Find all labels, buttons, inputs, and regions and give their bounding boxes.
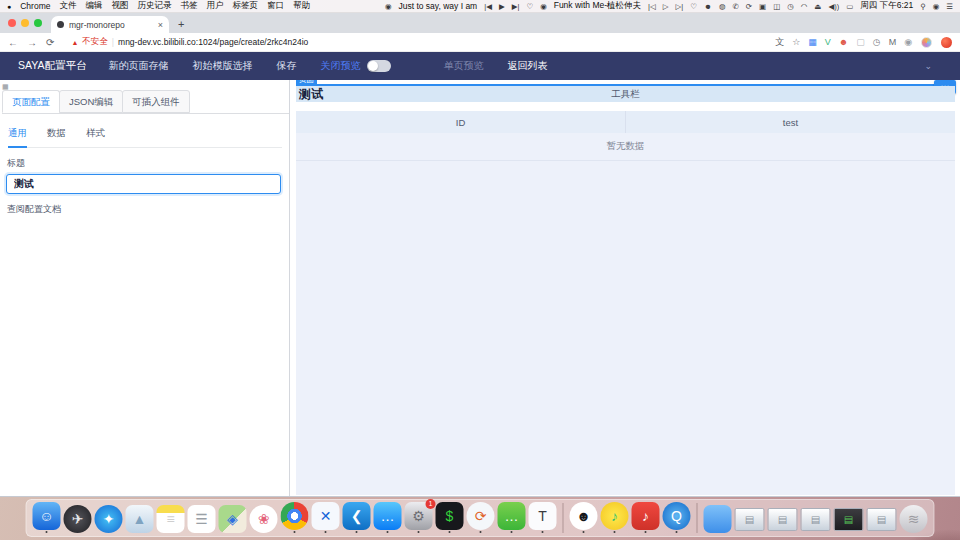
extensions-menu-icon[interactable]: ◉ <box>904 37 912 47</box>
dock-x-app-icon[interactable]: ✕ <box>312 502 340 534</box>
new-tab-button[interactable]: + <box>178 18 184 30</box>
dock-settings-icon[interactable]: ⚙1 <box>405 502 433 534</box>
menubar-clock[interactable]: 周四 下午6:21 <box>860 0 913 12</box>
media-prev-icon[interactable]: |◀ <box>484 2 492 11</box>
wifi-icon[interactable]: ◠ <box>801 2 808 11</box>
dock-wechat-icon[interactable]: … <box>498 502 526 534</box>
phone-chat-icon[interactable]: ✆ <box>732 2 738 11</box>
profile-avatar[interactable] <box>921 37 932 48</box>
dock-reminders-icon[interactable]: ☰ <box>188 505 216 533</box>
nav-page-storage[interactable]: 新的页面存储 <box>108 59 168 73</box>
vue-devtools-extension-icon[interactable]: V <box>825 37 831 47</box>
back-to-list-button[interactable]: 返回列表 <box>507 59 547 73</box>
address-bar[interactable]: ▲ 不安全 | mng-dev.vc.bilibili.co:1024/page… <box>63 36 766 49</box>
dock-messages-icon[interactable]: … <box>374 502 402 534</box>
tab-insertable-components[interactable]: 可插入组件 <box>122 90 190 113</box>
chevron-down-icon[interactable]: ⌄ <box>924 61 932 71</box>
dock-photos-icon[interactable]: ❀ <box>250 505 278 533</box>
menubar-menu-item[interactable]: 文件 <box>59 0 76 12</box>
display-icon[interactable]: ▭ <box>846 2 853 11</box>
close-window-button[interactable] <box>8 19 16 27</box>
media-next-2-icon[interactable]: ▷| <box>676 2 684 11</box>
recent-clock-icon[interactable]: ◷ <box>787 2 794 11</box>
page-component[interactable]: 页面 ⋯ 测试 工具栏 ID test 暂无数据 <box>296 84 955 495</box>
url-text[interactable]: mng-dev.vc.bilibili.co:1024/page/create/… <box>118 37 308 47</box>
vimium-extension-icon[interactable]: M <box>889 37 897 47</box>
dock-sync-app-icon[interactable]: ⟳ <box>467 502 495 534</box>
menubar-menu-item[interactable]: Chrome <box>20 1 50 11</box>
dock-typora-icon[interactable]: T <box>529 502 557 534</box>
nav-template-select[interactable]: 初始模版选择 <box>192 59 252 73</box>
dock-qq-music-icon[interactable]: ♪ <box>601 502 629 534</box>
sync-icon[interactable]: ⟳ <box>746 2 752 11</box>
dock-maps-icon[interactable]: ◈ <box>219 505 247 533</box>
menubar-menu-item[interactable]: 用户 <box>206 0 223 12</box>
dock-netease-music-icon[interactable]: ♪ <box>632 502 660 534</box>
music-app-icon[interactable]: ◉ <box>540 2 547 11</box>
dock-safari-icon[interactable]: ✦ <box>95 505 123 533</box>
reload-button[interactable]: ⟳ <box>46 37 54 48</box>
dock-window-thumbnail-2[interactable]: ▤ <box>768 508 798 533</box>
dock-quicktime-icon[interactable]: Q <box>663 502 691 534</box>
dock-downloads-folder-icon[interactable] <box>704 505 732 533</box>
now-playing-title-2[interactable]: Funk with Me-植松伸夫 <box>554 0 641 12</box>
control-center-icon[interactable]: ☰ <box>946 2 953 11</box>
save-button[interactable]: 保存 <box>276 59 296 73</box>
translate-extension-icon[interactable]: 文 <box>775 36 784 49</box>
dock-window-thumbnail-3[interactable]: ▤ <box>801 508 831 533</box>
dock-chrome-icon[interactable] <box>281 502 309 534</box>
history-extension-icon[interactable]: ◷ <box>873 37 881 47</box>
profile-badge-icon[interactable] <box>941 37 952 48</box>
tab-close-icon[interactable]: × <box>158 20 163 30</box>
dock-vscode-icon[interactable]: ❮ <box>343 502 371 534</box>
menubar-menu-item[interactable]: 窗口 <box>267 0 284 12</box>
title-input[interactable] <box>6 174 281 194</box>
media-play-2-icon[interactable]: ▷ <box>663 2 669 11</box>
subtab-data[interactable]: 数据 <box>47 127 66 148</box>
minimize-window-button[interactable] <box>21 19 29 27</box>
dock-qq-icon[interactable]: ☻ <box>570 502 598 534</box>
dock-preview-icon[interactable]: ▲ <box>126 505 154 533</box>
grid-extension-icon[interactable]: ▦ <box>808 37 817 47</box>
now-playing-title-1[interactable]: Just to say, way I am <box>398 1 477 11</box>
dock-notes-icon[interactable]: ≡ <box>157 505 185 533</box>
eject-icon[interactable]: ⏏ <box>814 2 821 11</box>
siri-icon[interactable]: ◉ <box>933 2 940 11</box>
forward-button[interactable]: → <box>27 37 37 48</box>
favorite-heart-icon[interactable]: ♡ <box>526 2 533 11</box>
menubar-menu-item[interactable]: 历史记录 <box>137 0 171 12</box>
tab-json-edit[interactable]: JSON编辑 <box>59 90 123 113</box>
subtab-style[interactable]: 样式 <box>86 127 105 148</box>
dock-launchpad-icon[interactable]: ✈ <box>64 505 92 533</box>
dock-window-thumbnail-1[interactable]: ▤ <box>735 508 765 533</box>
gray-extension-icon[interactable]: ▢ <box>856 37 865 47</box>
bookmark-star-icon[interactable]: ☆ <box>792 37 800 47</box>
back-button[interactable]: ← <box>8 37 18 48</box>
menubar-menu-item[interactable]: 书签 <box>180 0 197 12</box>
red-extension-icon[interactable]: ☻ <box>839 37 848 47</box>
media-prev-2-icon[interactable]: |◁ <box>648 2 656 11</box>
notification-bell-icon[interactable]: ◍ <box>719 2 726 11</box>
menubar-menu-item[interactable]: 编辑 <box>85 0 102 12</box>
apple-menu-icon[interactable]: ● <box>7 3 11 10</box>
subtab-general[interactable]: 通用 <box>8 127 27 148</box>
zoom-window-button[interactable] <box>34 19 42 27</box>
dock-terminal-icon[interactable]: $ <box>436 502 464 534</box>
dock-separator-1[interactable] <box>560 503 567 533</box>
preview-toggle[interactable] <box>367 60 391 72</box>
video-icon[interactable]: ▣ <box>759 2 766 11</box>
app-brand[interactable]: SAYA配置平台 <box>18 59 86 73</box>
spotlight-search-icon[interactable]: ⚲ <box>920 2 926 11</box>
dock-finder-icon[interactable]: ☺ <box>33 502 61 534</box>
close-preview-label[interactable]: 关闭预览 <box>320 59 360 73</box>
menubar-menu-item[interactable]: 视图 <box>111 0 128 12</box>
dock-window-thumbnail-4[interactable]: ▤ <box>867 508 897 533</box>
media-play-icon[interactable]: ▶ <box>499 2 505 11</box>
config-doc-link[interactable]: 查阅配置文档 <box>7 203 289 216</box>
screen-record-indicator-icon[interactable]: ◉ <box>385 2 392 11</box>
dock-trash-icon[interactable]: ≋ <box>900 505 928 533</box>
browser-tab[interactable]: mgr-monorepo × <box>51 16 169 33</box>
volume-icon[interactable]: ◀)) <box>828 2 839 11</box>
media-next-icon[interactable]: ▶| <box>512 2 520 11</box>
dock-window-thumbnail-dark[interactable]: ▤ <box>834 508 864 533</box>
